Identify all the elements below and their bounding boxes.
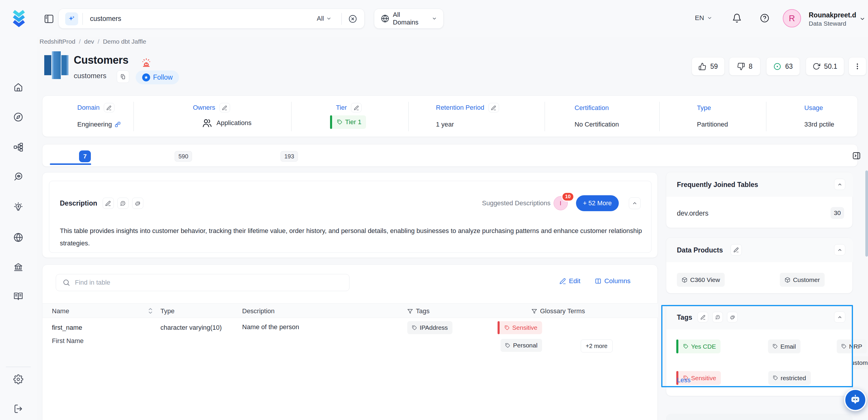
edit-tier-button[interactable] (351, 103, 362, 112)
data-products-card: Data Products C360 View Customer (666, 237, 852, 294)
comment-description-button[interactable] (117, 198, 129, 209)
sidebar-toggle-icon[interactable] (44, 13, 54, 24)
metadata-value-retention: 1 year (436, 121, 454, 128)
governance-bank-icon[interactable] (13, 262, 23, 272)
edit-tags-button[interactable] (698, 312, 708, 322)
tag-chip[interactable]: restricted (768, 371, 811, 385)
language-selector[interactable]: EN (695, 14, 712, 22)
breadcrumb-item[interactable]: Demo dbt Jaffle (103, 38, 146, 45)
find-in-table[interactable]: Find in table (56, 274, 349, 291)
upvotes-button[interactable]: 59 (692, 57, 725, 76)
filter-funnel-icon[interactable] (407, 308, 413, 314)
more-actions-button[interactable] (848, 57, 866, 76)
sort-icon[interactable] (147, 307, 154, 315)
scrollbar-thumb[interactable] (865, 171, 868, 257)
globe-nav-icon[interactable] (13, 233, 23, 242)
breadcrumb-item[interactable]: dev (84, 38, 94, 45)
metadata-label-retention[interactable]: Retention Period (436, 104, 484, 112)
description-text: This table provides insights into custom… (60, 225, 642, 249)
freshness-button[interactable]: 50.1 (806, 57, 844, 76)
copy-tags-button[interactable] (727, 312, 738, 322)
help-icon[interactable] (760, 13, 770, 23)
settings-gear-icon[interactable] (13, 374, 23, 384)
left-nav-rail (0, 37, 37, 420)
tag-chip[interactable]: Yes CDE (676, 339, 720, 353)
metadata-value-owners[interactable]: Applications (216, 119, 252, 127)
downvotes-button[interactable]: 8 (729, 57, 761, 76)
edit-owners-button[interactable] (219, 103, 230, 112)
column-header-description[interactable]: Description (242, 307, 275, 315)
tag-chip[interactable]: IPAddress (407, 321, 453, 334)
columns-button[interactable]: Columns (595, 277, 630, 285)
metadata-label-domain[interactable]: Domain (77, 104, 100, 112)
global-search[interactable]: customers All (58, 8, 365, 29)
column-header-glossary[interactable]: Glossary Terms (531, 307, 585, 315)
copy-description-button[interactable] (132, 198, 143, 209)
metadata-label-certification[interactable]: Certification (575, 104, 609, 112)
collapse-panel-icon[interactable] (852, 151, 861, 160)
column-header-tags[interactable]: Tags (407, 307, 429, 315)
edit-description-button[interactable] (103, 198, 114, 209)
owners-group-icon (202, 118, 212, 128)
user-name: Rounakpreet.d (809, 11, 856, 19)
metadata-label-type[interactable]: Type (697, 104, 711, 112)
score-button[interactable]: 63 (766, 57, 800, 76)
thumbs-down-icon (737, 63, 745, 70)
tag-chip[interactable]: Personal (500, 339, 542, 352)
observability-search-icon[interactable] (13, 172, 23, 182)
collapse-joined-button[interactable] (834, 179, 845, 190)
metadata-label-owners[interactable]: Owners (193, 104, 215, 112)
avatar[interactable]: R (783, 9, 801, 27)
edit-domain-button[interactable] (104, 103, 115, 112)
announcement-alert-icon[interactable] (141, 56, 152, 67)
glossary-book-icon[interactable] (13, 291, 23, 301)
column-header-name[interactable]: Name (52, 307, 69, 315)
chevron-down-icon (326, 16, 332, 21)
user-menu-chevron-icon[interactable] (860, 16, 865, 22)
domains-filter[interactable]: All Domains (374, 8, 443, 29)
search-scope-dropdown[interactable]: All (317, 15, 332, 22)
atlan-logo[interactable] (12, 8, 26, 27)
follow-star-icon (142, 73, 150, 82)
logout-icon[interactable] (13, 404, 23, 414)
notifications-bell-icon[interactable] (732, 13, 742, 23)
filter-funnel-icon[interactable] (531, 308, 537, 314)
global-search-input[interactable]: customers (90, 15, 121, 23)
metadata-value-domain[interactable]: Engineering (77, 121, 112, 128)
home-icon[interactable] (13, 82, 23, 92)
collapse-description-button[interactable] (629, 197, 641, 209)
column-name[interactable]: first_name (52, 324, 82, 332)
tier-badge[interactable]: Tier 1 (330, 115, 366, 129)
edit-data-products-button[interactable] (731, 244, 742, 256)
metadata-label-tier[interactable]: Tier (336, 104, 347, 112)
edit-retention-button[interactable] (488, 103, 499, 112)
breadcrumb: RedshiftProd / dev / Demo dbt Jaffle (39, 38, 146, 45)
more-suggestions-button[interactable]: + 52 More (576, 195, 619, 211)
tag-chip[interactable]: Sensitive (498, 321, 542, 334)
collapse-products-button[interactable] (834, 244, 845, 256)
refresh-icon (812, 63, 820, 70)
column-header-type[interactable]: Type (160, 307, 175, 315)
comment-tags-button[interactable] (712, 312, 723, 322)
tag-chip[interactable]: Email (768, 339, 801, 353)
data-product-chip[interactable]: Customer (780, 273, 825, 287)
data-product-chip[interactable]: C360 View (677, 273, 725, 287)
products-flow-icon[interactable] (13, 142, 23, 152)
show-less-link[interactable]: Less (677, 376, 690, 384)
breadcrumb-item[interactable]: RedshiftProd (39, 38, 75, 45)
discover-compass-icon[interactable] (13, 112, 23, 122)
clear-search-icon[interactable] (348, 14, 357, 23)
more-tags-button[interactable]: +2 more (581, 339, 613, 353)
tag-chip[interactable]: NRP (837, 339, 867, 353)
chatbot-button[interactable] (844, 389, 867, 411)
metadata-label-usage[interactable]: Usage (804, 104, 823, 112)
copy-name-button[interactable] (117, 70, 129, 83)
tags-card: Tags Yes CDE Email NRP PhoneNumber Sensi… (666, 304, 852, 396)
downvotes-count: 8 (749, 63, 753, 70)
edit-table-button[interactable]: Edit (559, 277, 581, 285)
tag-icon (841, 344, 846, 349)
follow-button[interactable]: Follow (136, 70, 179, 84)
joined-table-name[interactable]: dev.orders (677, 209, 708, 217)
insights-bulb-icon[interactable] (13, 202, 23, 212)
collapse-tags-button[interactable] (834, 311, 845, 323)
